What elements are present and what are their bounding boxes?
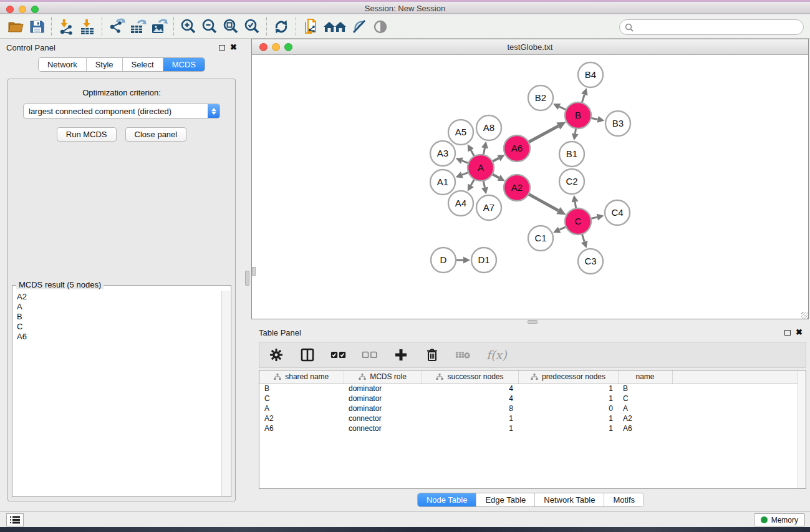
canvas-edge-grip[interactable] [252, 267, 256, 276]
graph-node-label-A3: A3 [437, 148, 448, 158]
window-titlebar: Session: New Session [0, 0, 810, 14]
column-header-successor-nodes[interactable]: successor nodes [422, 370, 518, 384]
toolbar-separator [266, 17, 267, 36]
table-scrollbar[interactable] [798, 370, 806, 488]
graph-node-label-A: A [478, 162, 484, 173]
tab-network[interactable]: Network [39, 58, 87, 71]
export-table-icon[interactable] [127, 17, 148, 36]
graph-edge-A-A8[interactable] [483, 148, 485, 155]
zoom-in-icon[interactable] [178, 17, 199, 36]
refresh-icon[interactable] [271, 17, 292, 36]
graph-node-label-B4: B4 [585, 69, 596, 80]
close-panel-button[interactable]: Close panel [125, 127, 187, 142]
graph-edge-A6-B[interactable] [528, 126, 558, 142]
table-row[interactable]: Cdominator41C [259, 394, 806, 404]
export-network-icon[interactable] [106, 17, 127, 36]
search-input[interactable] [634, 21, 803, 34]
delete-table-icon[interactable] [455, 347, 471, 363]
tab-node-table[interactable]: Node Table [418, 493, 477, 506]
close-panel-icon[interactable]: ✖ [796, 329, 803, 336]
import-network-icon[interactable] [55, 17, 77, 36]
network-canvas[interactable]: B4B2BB3A5A8A6A3B1AA1C2A2A4A7CC4C1DD1C3 [252, 55, 808, 319]
zoom-selected-icon[interactable] [241, 17, 263, 36]
open-session-icon[interactable] [5, 17, 26, 36]
graph-edge-A-A5[interactable] [471, 150, 475, 157]
control-panel-tabs: Network Style Select MCDS [0, 57, 243, 72]
graph-edge-B-B2[interactable] [559, 107, 566, 110]
graph-edge-arrowhead [481, 142, 488, 149]
network-window-titlebar[interactable]: testGlobe.txt [252, 39, 808, 55]
graph-edge-A-A7[interactable] [483, 181, 485, 188]
graph-edge-A-A2[interactable] [492, 174, 499, 178]
tab-mcds[interactable]: MCDS [163, 58, 205, 71]
graph-edge-A-A1[interactable] [462, 172, 468, 175]
graph-edge-arrowhead [581, 88, 588, 95]
result-scrollbar[interactable] [221, 291, 230, 496]
node-table-container: shared name MCDS role successor nodes pr… [259, 370, 806, 489]
save-session-icon[interactable] [26, 17, 47, 36]
column-header-shared-name[interactable]: shared name [259, 370, 344, 384]
window-title: Session: New Session [0, 4, 810, 13]
control-panel-header: Control Panel ✖ [0, 39, 243, 56]
result-item[interactable]: A [17, 302, 218, 312]
import-table-icon[interactable] [77, 17, 98, 36]
graph-edge-C-C2[interactable] [575, 202, 576, 209]
graph-edge-B-B3[interactable] [591, 118, 598, 119]
tab-motifs[interactable]: Motifs [604, 493, 644, 506]
column-header-mcds-role[interactable]: MCDS role [344, 370, 422, 384]
toolbar-separator [102, 17, 102, 36]
graph-edge-A-A6[interactable] [493, 158, 499, 162]
tab-select[interactable]: Select [123, 58, 163, 71]
memory-button[interactable]: Memory [754, 513, 805, 526]
graph-edge-B-B4[interactable] [582, 95, 584, 103]
task-history-button[interactable] [6, 513, 24, 526]
hierarchy-icon [274, 374, 281, 380]
network-overview-icon[interactable] [321, 17, 349, 36]
column-header-predecessor-nodes[interactable]: predecessor nodes [518, 370, 618, 384]
divider-grip[interactable] [528, 320, 538, 324]
column-header-name[interactable]: name [618, 370, 672, 384]
select-all-icon[interactable] [330, 347, 347, 363]
tab-edge-table[interactable]: Edge Table [476, 493, 535, 506]
zoom-fit-icon[interactable] [220, 17, 241, 36]
tab-network-table[interactable]: Network Table [535, 493, 604, 506]
add-icon[interactable] [393, 347, 409, 363]
close-panel-icon[interactable]: ✖ [230, 44, 237, 51]
table-row[interactable]: A2connector11A2 [259, 414, 806, 423]
run-mcds-button[interactable]: Run MCDS [57, 127, 117, 142]
result-item[interactable]: A6 [17, 332, 218, 342]
table-row[interactable]: Bdominator41B [259, 384, 806, 394]
panel-divider-vertical[interactable] [243, 39, 251, 511]
show-graphics-icon[interactable] [370, 17, 391, 36]
deselect-all-icon[interactable] [362, 347, 378, 363]
search-icon [625, 23, 634, 32]
float-panel-icon[interactable] [784, 330, 791, 336]
graph-edge-C-C4[interactable] [591, 217, 597, 218]
graph-edge-B-B1[interactable] [575, 128, 576, 134]
result-item[interactable]: A2 [17, 292, 218, 302]
graph-edge-A-A3[interactable] [462, 161, 468, 163]
gear-icon[interactable] [268, 347, 284, 363]
delete-icon[interactable] [424, 347, 440, 363]
graph-edge-C-C1[interactable] [559, 227, 566, 230]
result-item[interactable]: B [17, 312, 218, 322]
node-table: shared name MCDS role successor nodes pr… [259, 370, 806, 433]
table-row[interactable]: A6connector11A6 [259, 423, 806, 433]
graph-edge-A2-C[interactable] [528, 194, 558, 210]
divider-grip[interactable] [245, 271, 249, 286]
float-panel-icon[interactable] [219, 45, 225, 51]
graph-edge-C-C3[interactable] [582, 234, 584, 241]
graph-edge-A-A4[interactable] [471, 179, 475, 185]
columns-icon[interactable] [299, 347, 316, 363]
hierarchy-icon [531, 374, 538, 380]
hide-graphics-icon[interactable] [349, 17, 370, 36]
export-image-icon[interactable] [148, 17, 170, 36]
resize-corner-icon[interactable] [801, 312, 808, 319]
result-item[interactable]: C [17, 322, 218, 332]
tab-style[interactable]: Style [87, 58, 123, 71]
criterion-select[interactable]: largest connected component (directed) [23, 104, 220, 118]
new-network-icon[interactable] [300, 17, 321, 36]
table-row[interactable]: Adominator80A [259, 404, 806, 414]
zoom-out-icon[interactable] [199, 17, 220, 36]
panel-divider-horizontal[interactable] [251, 319, 810, 324]
